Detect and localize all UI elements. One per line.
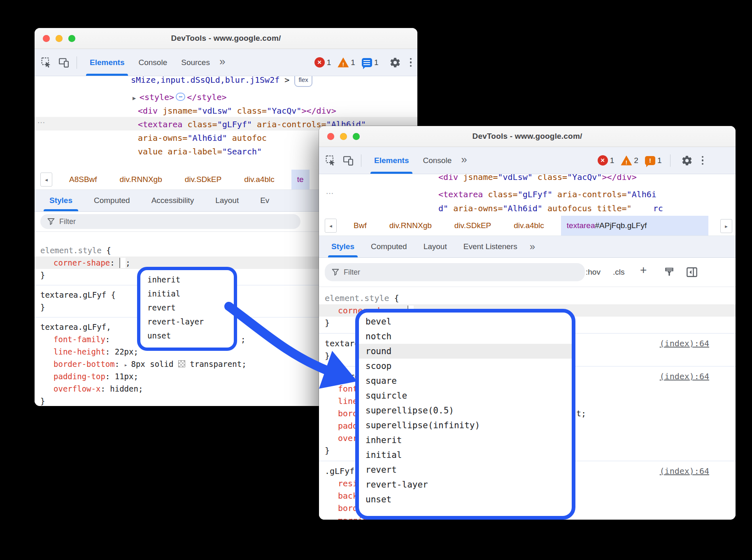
inspect-element-icon[interactable] (40, 56, 53, 69)
stylesheet-source-link[interactable]: (index):64 (660, 370, 709, 383)
settings-gear-icon[interactable] (681, 155, 693, 166)
toolbar-divider (670, 154, 671, 167)
dom-tree-line[interactable]: <div jsname="vdLsw" class="YacQv"></div> (138, 105, 336, 117)
tab-console[interactable]: Console (416, 147, 459, 174)
brush-icon[interactable] (664, 258, 675, 287)
breadcrumb-back-icon[interactable]: ◂ (325, 219, 337, 233)
panel-tab-computed[interactable]: Computed (363, 236, 415, 257)
breadcrumb-item[interactable]: div.SDkEP (179, 170, 227, 189)
autocomplete-option[interactable]: unset (359, 492, 572, 507)
toggle-device-toolbar-icon[interactable] (58, 56, 70, 69)
close-button[interactable] (43, 35, 50, 42)
autocomplete-option[interactable]: square (359, 373, 572, 388)
minimize-button[interactable] (340, 133, 347, 140)
settings-gear-icon[interactable] (389, 57, 401, 68)
error-badge[interactable]: ✕1 (598, 155, 615, 166)
autocomplete-option[interactable]: initial (359, 448, 572, 462)
zoom-button[interactable] (68, 35, 75, 42)
expand-inline-styles-icon[interactable]: ⋯ (176, 93, 185, 101)
dom-tree-line[interactable]: <textarea class="gLFyf" aria-controls="A… (438, 188, 657, 201)
breadcrumb-item[interactable]: A8SBwf (63, 170, 103, 189)
warning-badge[interactable]: !2 (621, 156, 638, 166)
tab-elements[interactable]: Elements (83, 49, 131, 76)
breadcrumb-item[interactable]: te (291, 170, 310, 189)
element-classes-button[interactable]: .cls (613, 258, 625, 287)
autocomplete-option[interactable]: scoop (359, 359, 572, 373)
dom-tree-line[interactable]: d" aria-owns="Alh6id" autofocus title="r… (438, 202, 663, 215)
style-filter-input[interactable]: Filter (325, 263, 585, 281)
issue-badge[interactable]: !1 (645, 156, 662, 165)
breadcrumb-item[interactable]: div.RNNXgb (384, 216, 438, 236)
dom-tree-line[interactable]: sMize,input.dSsQLd,blur.j1Sw2f > flex (131, 76, 312, 87)
more-tabs-icon[interactable]: » (461, 153, 466, 166)
dock-sidebar-icon[interactable] (686, 258, 698, 287)
dom-tree-line[interactable]: aria-owns="Alh6id" autofoc (138, 132, 267, 144)
toggle-hover-state-button[interactable]: :hov (586, 258, 601, 287)
inspect-element-icon[interactable] (325, 154, 337, 167)
autocomplete-option[interactable]: revert-layer (140, 315, 234, 329)
stylesheet-source-link[interactable]: (index):64 (660, 337, 709, 350)
breadcrumb-item[interactable]: div.RNNXgb (114, 170, 168, 189)
autocomplete-option[interactable]: unset (140, 329, 234, 343)
breadcrumb-item[interactable]: textarea#APjFqb.gLFyf (561, 216, 708, 236)
code-text: padding-top (54, 372, 105, 381)
dom-tree-line[interactable]: <div jsname="vdLsw" class="YacQv"></div> (438, 174, 637, 183)
autocomplete-option[interactable]: revert (140, 301, 234, 315)
crumb-text: div.RNNXgb (389, 221, 432, 230)
crumb-text: #APjFqb.gLFyf (595, 221, 647, 230)
autocomplete-option[interactable]: inherit (140, 273, 234, 287)
autocomplete-option[interactable]: initial (140, 287, 234, 301)
error-badge[interactable]: ✕1 (314, 57, 331, 68)
more-options-icon[interactable] (410, 58, 412, 67)
breadcrumb-item[interactable]: div.SDkEP (449, 216, 497, 236)
autocomplete-option[interactable]: squircle (359, 388, 572, 403)
minimize-button[interactable] (56, 35, 63, 42)
autocomplete-option[interactable]: revert-layer (359, 477, 572, 492)
autocomplete-option[interactable]: inherit (359, 433, 572, 448)
autocomplete-option[interactable]: notch (359, 329, 572, 344)
dom-tree-line[interactable]: value aria-label="Search" (138, 145, 267, 158)
more-panels-icon[interactable]: » (530, 241, 534, 252)
panel-tab-accessibility[interactable]: Accessibility (141, 190, 205, 211)
breadcrumb-item[interactable]: div.a4blc (508, 216, 550, 236)
breadcrumb-forward-icon[interactable]: ▸ (720, 219, 732, 233)
autocomplete-option[interactable]: round (359, 344, 572, 359)
message-badge[interactable]: 1 (362, 58, 379, 67)
code-text: class= (182, 119, 217, 129)
autocomplete-option[interactable]: superellipse(0.5) (359, 403, 572, 418)
zoom-button[interactable] (353, 133, 360, 140)
breadcrumb-back-icon[interactable]: ◂ (40, 173, 52, 187)
warning-badge[interactable]: !1 (338, 58, 355, 68)
tab-elements[interactable]: Elements (367, 147, 416, 174)
close-button[interactable] (327, 133, 334, 140)
toggle-device-toolbar-icon[interactable] (342, 154, 354, 167)
code-text: value aria-label= (138, 147, 222, 156)
breadcrumb-item[interactable]: div.a4blc (238, 170, 280, 189)
tab-console[interactable]: Console (131, 49, 174, 76)
style-filter-input[interactable]: Filter (40, 214, 300, 229)
dom-tree-line[interactable]: ▶ <style>⋯</style> (133, 91, 227, 104)
panel-tab-styles[interactable]: Styles (323, 236, 363, 257)
panel-tab-event-listeners[interactable]: Event Listeners (455, 236, 526, 257)
breadcrumb-item[interactable]: Bwf (348, 216, 373, 236)
filter-placeholder: Filter (59, 217, 76, 226)
stylesheet-source-link[interactable]: (index):64 (660, 465, 709, 477)
panel-tab-layout[interactable]: Layout (205, 190, 249, 211)
window-title: DevTools - www.google.com/ (35, 34, 417, 43)
toolbar-tabs: ElementsConsoleSources (83, 49, 217, 76)
panel-tab-layout[interactable]: Layout (415, 236, 455, 257)
more-options-icon[interactable] (702, 156, 704, 165)
more-tabs-icon[interactable]: » (219, 55, 224, 68)
titlebar: DevTools - www.google.com/ (319, 126, 736, 147)
style-rule-line[interactable]: element.style { (319, 292, 736, 304)
tab-sources[interactable]: Sources (174, 49, 217, 76)
panel-tab-computed[interactable]: Computed (83, 190, 141, 211)
code-text: 11px; (115, 372, 138, 381)
autocomplete-option[interactable]: bevel (359, 314, 572, 329)
flex-badge[interactable]: flex (294, 76, 312, 87)
autocomplete-option[interactable]: superellipse(infinity) (359, 418, 572, 433)
panel-tab-styles[interactable]: Styles (39, 190, 83, 211)
desktop: { "ui": { "accent_blue": "#1a73e8", "ann… (0, 0, 752, 560)
panel-tab-ev[interactable]: Ev (249, 190, 280, 211)
autocomplete-option[interactable]: revert (359, 462, 572, 477)
